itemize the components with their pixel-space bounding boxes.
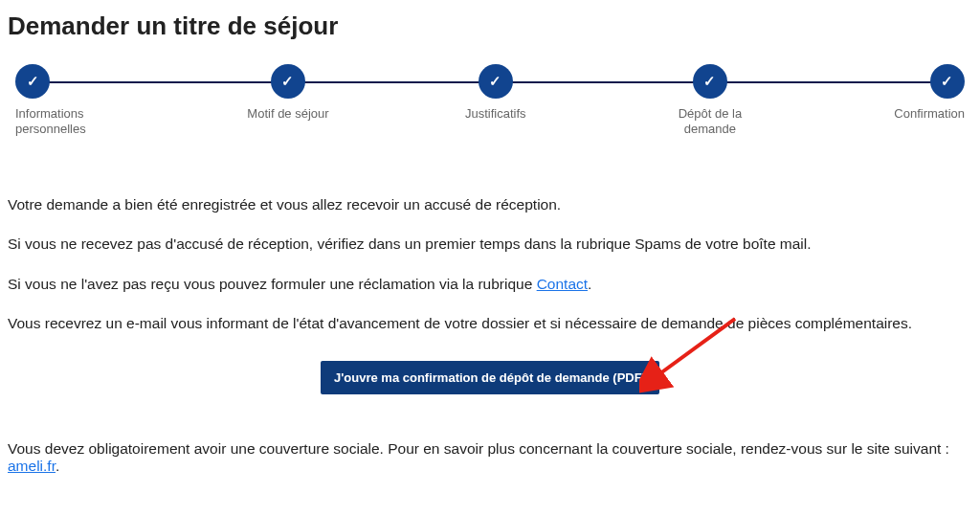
page-title: Demander un titre de séjour [8, 11, 972, 41]
step-depot-demande: ✓ Dépôt de la demande [662, 64, 758, 136]
confirmation-p1: Votre demande a bien été enregistrée et … [8, 193, 972, 215]
check-icon: ✓ [479, 64, 513, 99]
step-label: Dépôt de la demande [662, 106, 758, 136]
step-label: Confirmation [894, 106, 965, 122]
check-icon: ✓ [271, 64, 305, 99]
confirmation-p3-pre: Si vous ne l'avez pas reçu vous pouvez f… [8, 276, 537, 292]
step-justificatifs: ✓ Justificatifs [465, 64, 526, 122]
pdf-button-row: J'ouvre ma confirmation de dépôt de dema… [8, 361, 972, 394]
step-motif-de-sejour: ✓ Motif de séjour [247, 64, 328, 122]
check-icon: ✓ [693, 64, 727, 99]
footer-post: . [56, 458, 59, 474]
ameli-link[interactable]: ameli.fr [8, 458, 56, 474]
step-label: Justificatifs [465, 106, 526, 122]
step-label: Motif de séjour [247, 106, 328, 122]
social-coverage-notice: Vous devez obligatoirement avoir une cou… [8, 440, 972, 475]
confirmation-spam-hint: Si vous ne recevez pas d'accusé de récep… [8, 233, 972, 255]
step-informations-personnelles: ✓ Informations personnelles [15, 64, 111, 136]
confirmation-followup: Vous recevrez un e-mail vous informant d… [8, 312, 972, 334]
step-label: Informations personnelles [15, 106, 111, 136]
contact-link[interactable]: Contact [537, 276, 588, 292]
stepper: ✓ Informations personnelles ✓ Motif de s… [15, 64, 965, 136]
open-pdf-button[interactable]: J'ouvre ma confirmation de dépôt de dema… [321, 361, 659, 394]
check-icon: ✓ [15, 64, 50, 99]
check-icon: ✓ [930, 64, 965, 99]
confirmation-contact-line: Si vous ne l'avez pas reçu vous pouvez f… [8, 273, 972, 295]
step-confirmation: ✓ Confirmation [894, 64, 965, 122]
confirmation-text: Votre demande a bien été enregistrée et … [8, 193, 972, 334]
footer-pre: Vous devez obligatoirement avoir une cou… [8, 440, 949, 457]
confirmation-p3-post: . [588, 276, 591, 292]
